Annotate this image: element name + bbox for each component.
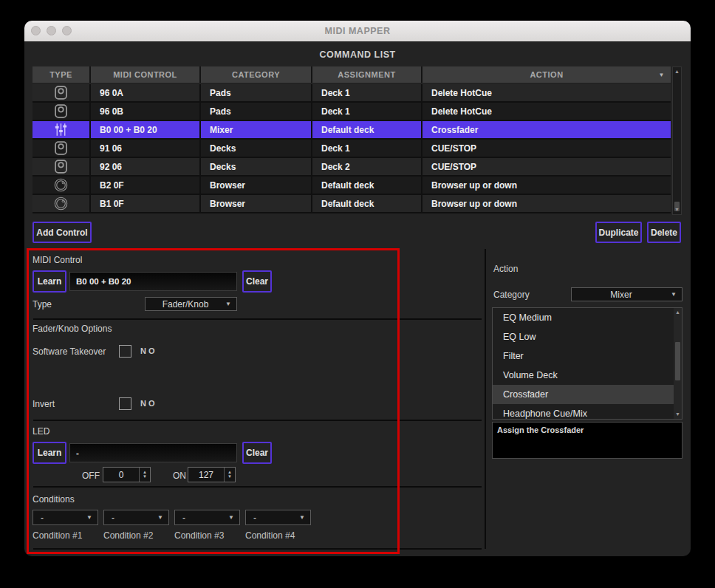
table-row[interactable]: 96 0BPadsDeck 1Delete HotCue <box>32 103 671 121</box>
cell-midi-control: B2 0F <box>91 177 201 194</box>
condition-dropdown-4[interactable]: -▼ <box>245 510 311 525</box>
condition-label-2: Condition #2 <box>103 530 153 541</box>
column-header-type[interactable]: TYPE <box>32 66 91 83</box>
spinner-down-icon[interactable]: ▼ <box>143 475 147 479</box>
chevron-down-icon: ▼ <box>671 291 682 298</box>
cell-assignment: Deck 1 <box>312 84 422 101</box>
led-on-stepper[interactable]: 127 ▲ ▼ <box>188 467 236 482</box>
title-bar: MIDI MAPPER <box>24 21 691 41</box>
condition-label-1: Condition #1 <box>32 530 82 541</box>
cell-assignment: Deck 2 <box>312 158 422 175</box>
midi-clear-button[interactable]: Clear <box>242 270 272 293</box>
cell-category: Browser <box>201 177 312 194</box>
screen: MIDI MAPPER COMMAND LIST TYPE MIDI CONTR… <box>0 0 715 588</box>
action-list-item[interactable]: EQ Low <box>493 327 682 346</box>
action-list-item[interactable]: Filter <box>493 346 682 366</box>
midi-control-field[interactable]: B0 00 + B0 20 <box>69 272 237 291</box>
add-control-button[interactable]: Add Control <box>32 222 92 243</box>
condition-dropdown-2[interactable]: -▼ <box>103 510 169 525</box>
invert-label: Invert <box>32 399 55 409</box>
command-table-body: 96 0APadsDeck 1Delete HotCue96 0BPadsDec… <box>32 84 671 213</box>
section-divider <box>33 420 482 421</box>
chevron-down-icon: ▼ <box>157 514 168 521</box>
type-label: Type <box>32 299 52 310</box>
cell-action: Browser up or down <box>422 177 671 194</box>
invert-checkbox[interactable] <box>119 397 131 410</box>
table-row[interactable]: B2 0FBrowserDefault deckBrowser up or do… <box>32 177 671 195</box>
scroll-down-icon[interactable]: ▼ <box>674 411 682 418</box>
chevron-down-icon: ▼ <box>299 514 310 521</box>
led-off-value: 0 <box>103 468 139 482</box>
cell-assignment: Default deck <box>312 195 422 212</box>
condition-dropdown-value: - <box>175 513 228 523</box>
scroll-up-icon[interactable]: ▲ <box>674 309 682 316</box>
cell-category: Decks <box>201 140 312 157</box>
led-off-stepper[interactable]: 0 ▲ ▼ <box>103 467 151 482</box>
condition-label-4: Condition #4 <box>245 530 295 541</box>
chevron-down-icon: ▼ <box>86 514 98 521</box>
condition-label-3: Condition #3 <box>174 530 224 541</box>
midi-control-section-title: MIDI Control <box>32 255 82 265</box>
knob-icon <box>32 195 91 212</box>
column-header-assignment[interactable]: ASSIGNMENT <box>312 66 422 83</box>
cell-midi-control: 96 0A <box>91 84 201 101</box>
cell-midi-control: B0 00 + B0 20 <box>91 121 201 138</box>
condition-dropdown-1[interactable]: -▼ <box>32 510 98 525</box>
led-field[interactable]: - <box>69 443 237 462</box>
led-clear-button[interactable]: Clear <box>242 442 272 464</box>
spinner-down-icon[interactable]: ▼ <box>228 475 232 479</box>
cell-assignment: Default deck <box>312 177 422 194</box>
led-off-label: OFF <box>82 471 100 481</box>
cell-midi-control: B1 0F <box>91 195 201 212</box>
cell-category: Pads <box>201 84 312 101</box>
condition-dropdown-value: - <box>33 513 86 523</box>
section-divider <box>33 318 482 320</box>
column-header-midi-control[interactable]: MIDI CONTROL <box>91 66 201 83</box>
category-dropdown-value: Mixer <box>572 290 671 300</box>
condition-dropdown-value: - <box>246 513 299 523</box>
button-icon <box>32 103 91 120</box>
action-list-item[interactable]: Headphone Cue/Mix <box>493 404 682 420</box>
action-list-item[interactable]: EQ Medium <box>493 308 682 327</box>
cell-action: CUE/STOP <box>422 158 671 175</box>
condition-dropdown-value: - <box>104 513 157 523</box>
action-list-scrollbar[interactable]: ▲ ▼ <box>674 308 682 419</box>
window-title: MIDI MAPPER <box>24 21 691 41</box>
category-label: Category <box>493 290 530 300</box>
table-scrollbar[interactable]: ▲ ▼ <box>672 66 682 215</box>
cell-category: Browser <box>201 195 312 212</box>
section-divider <box>33 548 482 550</box>
delete-button[interactable]: Delete <box>647 222 681 243</box>
midi-mapper-window: MIDI MAPPER COMMAND LIST TYPE MIDI CONTR… <box>24 21 691 556</box>
table-row[interactable]: B0 00 + B0 20MixerDefault deckCrossfader <box>32 121 671 140</box>
cell-assignment: Deck 1 <box>312 103 422 120</box>
cell-category: Pads <box>201 103 312 120</box>
column-header-category[interactable]: CATEGORY <box>201 66 312 83</box>
conditions-section-title: Conditions <box>32 494 75 505</box>
table-row[interactable]: B1 0FBrowserDefault deckBrowser up or do… <box>32 195 671 213</box>
led-on-value: 127 <box>188 468 224 482</box>
cell-action: Crossfader <box>422 121 671 138</box>
table-row[interactable]: 91 06DecksDeck 1CUE/STOP <box>32 140 671 158</box>
action-list-item[interactable]: Volume Deck <box>493 366 682 385</box>
midi-learn-button[interactable]: Learn <box>32 270 66 293</box>
category-dropdown[interactable]: Mixer ▼ <box>571 287 682 301</box>
led-learn-button[interactable]: Learn <box>32 442 66 464</box>
knob-icon <box>32 177 91 194</box>
duplicate-button[interactable]: Duplicate <box>595 222 642 243</box>
type-dropdown-value: Fader/Knob <box>146 299 225 310</box>
sort-descending-icon[interactable]: ▼ <box>659 72 665 78</box>
table-row[interactable]: 96 0APadsDeck 1Delete HotCue <box>32 84 671 103</box>
scroll-up-icon[interactable]: ▲ <box>673 68 681 75</box>
action-section-title: Action <box>493 264 518 274</box>
type-dropdown[interactable]: Fader/Knob ▼ <box>145 297 237 311</box>
action-list-item[interactable]: Crossfader <box>493 385 682 404</box>
table-row[interactable]: 92 06DecksDeck 2CUE/STOP <box>32 158 671 177</box>
condition-dropdown-3[interactable]: -▼ <box>174 510 240 525</box>
scroll-down-icon[interactable]: ▼ <box>673 206 681 213</box>
software-takeover-checkbox[interactable] <box>119 345 131 358</box>
column-header-action[interactable]: ACTION ▼ <box>422 66 671 83</box>
action-list-scrollbar-thumb[interactable] <box>675 342 680 380</box>
section-divider <box>33 486 482 488</box>
column-header-action-label: ACTION <box>530 70 563 79</box>
